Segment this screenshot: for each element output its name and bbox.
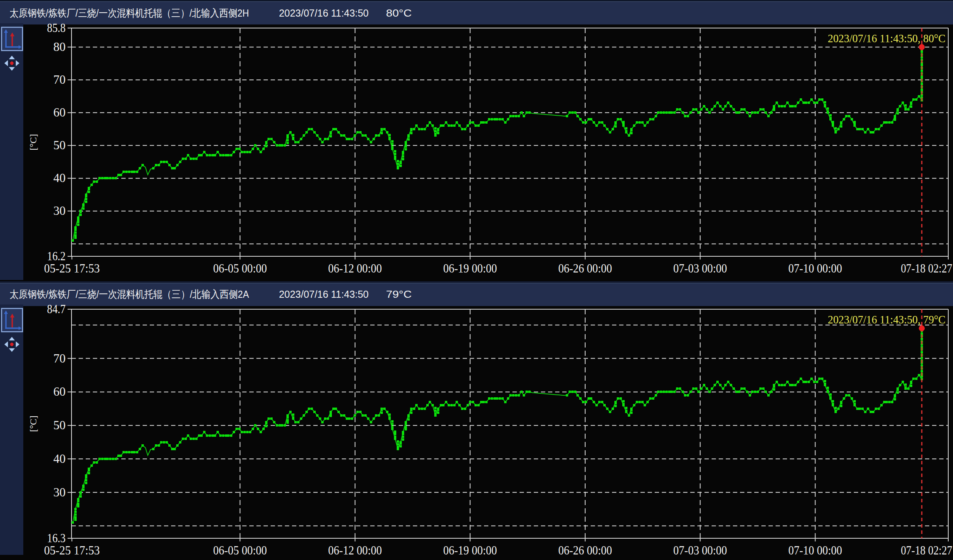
svg-text:30: 30 — [53, 485, 66, 499]
svg-text:2023/07/16 11:43:50, 79°C: 2023/07/16 11:43:50, 79°C — [828, 313, 945, 326]
svg-text:太原钢铁/炼铁厂/三烧/一次混料机托辊（三）/北输入西侧2A: 太原钢铁/炼铁厂/三烧/一次混料机托辊（三）/北输入西侧2A — [9, 288, 249, 300]
svg-text:79°C: 79°C — [386, 288, 412, 300]
svg-text:16.2: 16.2 — [47, 249, 66, 263]
svg-text:06-19 00:00: 06-19 00:00 — [443, 261, 497, 275]
svg-text:06-19 00:00: 06-19 00:00 — [443, 543, 497, 557]
svg-text:50: 50 — [53, 418, 66, 432]
svg-text:07-10 00:00: 07-10 00:00 — [788, 261, 842, 275]
svg-text:[°C]: [°C] — [28, 134, 38, 150]
svg-text:07-18 02:27: 07-18 02:27 — [901, 261, 952, 275]
svg-text:07-10 00:00: 07-10 00:00 — [788, 543, 842, 557]
svg-text:60: 60 — [53, 385, 66, 398]
svg-text:85.8: 85.8 — [47, 21, 66, 35]
svg-text:06-05 00:00: 06-05 00:00 — [213, 261, 267, 275]
svg-text:2023/07/16 11:43:50: 2023/07/16 11:43:50 — [279, 7, 369, 19]
svg-text:16.3: 16.3 — [47, 531, 66, 545]
svg-text:70: 70 — [53, 73, 66, 86]
svg-text:06-12 00:00: 06-12 00:00 — [328, 543, 382, 557]
svg-text:80: 80 — [53, 40, 66, 54]
svg-text:06-12 00:00: 06-12 00:00 — [328, 261, 382, 275]
svg-text:50: 50 — [53, 138, 66, 152]
svg-text:05-25 17:53: 05-25 17:53 — [44, 261, 100, 275]
svg-text:70: 70 — [53, 351, 66, 365]
svg-text:30: 30 — [53, 204, 66, 218]
svg-text:06-26 00:00: 06-26 00:00 — [558, 261, 612, 275]
svg-text:06-26 00:00: 06-26 00:00 — [558, 543, 612, 557]
svg-text:07-03 00:00: 07-03 00:00 — [673, 261, 727, 275]
svg-text:84.7: 84.7 — [47, 302, 66, 316]
svg-text:2023/07/16 11:43:50, 80°C: 2023/07/16 11:43:50, 80°C — [828, 32, 945, 45]
svg-text:[°C]: [°C] — [28, 415, 38, 432]
svg-text:太原钢铁/炼铁厂/三烧/一次混料机托辊（三）/北输入西侧2H: 太原钢铁/炼铁厂/三烧/一次混料机托辊（三）/北输入西侧2H — [9, 7, 249, 19]
svg-text:06-05 00:00: 06-05 00:00 — [213, 543, 267, 557]
svg-text:07-18 02:27: 07-18 02:27 — [901, 543, 952, 557]
svg-text:2023/07/16 11:43:50: 2023/07/16 11:43:50 — [279, 288, 369, 300]
svg-text:05-25 17:53: 05-25 17:53 — [44, 543, 100, 557]
svg-text:40: 40 — [53, 171, 66, 185]
svg-text:40: 40 — [53, 452, 66, 466]
svg-text:07-03 00:00: 07-03 00:00 — [673, 543, 727, 557]
svg-text:80°C: 80°C — [386, 7, 412, 19]
svg-text:60: 60 — [53, 105, 66, 119]
